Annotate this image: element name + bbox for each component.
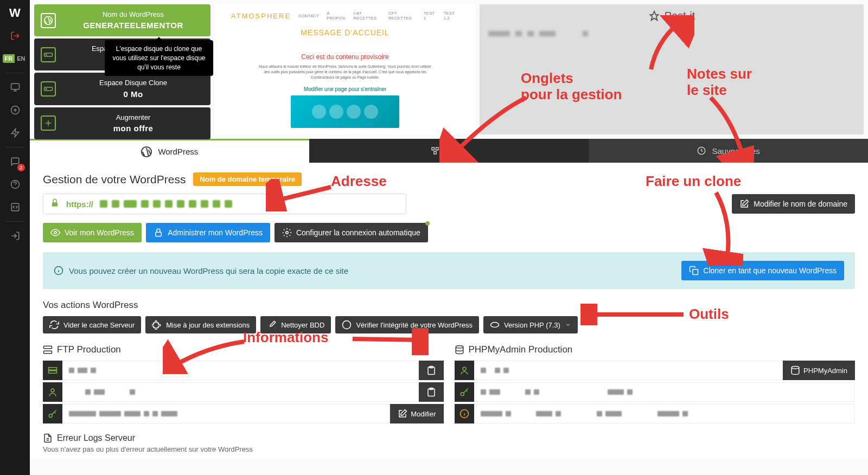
clear-cache-button[interactable]: Vider le cache Serveur [43,316,141,333]
lock-icon [50,198,60,210]
postit-title: Post-it [665,10,695,22]
lock-icon [154,228,163,238]
disk-icon [41,81,56,97]
svg-rect-11 [436,147,439,150]
view-wp-button[interactable]: Voir mon WordPress [43,223,142,242]
php-icon [490,320,500,330]
pma-pass-row [455,382,856,402]
tab-backups[interactable]: Sauvegardes [588,139,868,163]
svg-point-31 [49,414,52,418]
clipboard-icon [426,365,436,375]
monitor-icon[interactable] [2,76,28,98]
code-icon[interactable] [2,196,28,218]
svg-point-15 [54,232,57,234]
logout-icon[interactable] [2,25,28,47]
postit-panel[interactable]: Post-it [480,4,864,134]
server-icon [43,361,62,380]
plus-icon [41,115,56,131]
tab-clone[interactable]: Clone [309,139,589,163]
wordpress-icon [41,13,56,28]
actions-heading: Vos actions WordPress [43,300,855,311]
svg-point-34 [792,367,799,369]
refresh-icon [49,320,59,330]
copy-button[interactable] [419,382,444,402]
verify-wp-button[interactable]: Vérifier l'intégrité de votre WordPress [335,316,479,333]
server-icon [43,345,53,355]
eye-icon [50,228,60,238]
svg-rect-10 [432,147,435,150]
user-icon [43,382,62,402]
svg-rect-16 [156,232,162,236]
copy-button[interactable] [419,361,444,380]
backup-icon [697,146,706,156]
wordpress-icon [342,320,352,330]
update-ext-button[interactable]: Mise à jour des extensions [145,316,256,333]
pin-icon [648,10,660,22]
key-icon [43,404,62,423]
wp-name-card: Nom du WordPressGENERATEELEMENTOR [34,4,210,36]
config-auto-button[interactable]: Configurer la connexion automatique [275,223,428,242]
svg-rect-22 [44,346,52,349]
ftp-heading: FTP Production [57,344,121,355]
tabs: WordPress Clone Sauvegardes [30,139,868,163]
wordpress-icon [141,146,152,158]
phpmyadmin-button[interactable]: PHPMyAdmin [783,361,855,380]
edit-icon [739,199,749,209]
temp-domain-chip: Nom de domaine temporaire [193,172,302,186]
pma-heading: PHPMyAdmin Production [469,344,573,355]
php-version-button[interactable]: Version PHP (7.3) [483,316,578,333]
brush-icon [267,320,277,330]
exit-icon[interactable] [2,225,28,247]
database-icon [790,365,800,375]
key-icon [455,382,474,402]
chat-icon[interactable]: 2 [2,151,28,172]
logo[interactable]: W [2,2,28,24]
tab-wordpress[interactable]: WordPress [30,139,309,163]
upgrade-card[interactable]: Augmentermon offre [34,107,210,139]
info-icon [54,266,63,275]
info-icon [455,404,474,423]
disk-clone-card: Espace Disque Clone0 Mo [34,73,210,105]
svg-rect-23 [44,351,52,354]
svg-rect-24 [49,368,57,370]
svg-point-35 [461,393,464,396]
svg-rect-14 [52,202,58,207]
error-logs-text: Vous n'avez pas ou plus d'erreur actuell… [43,445,855,453]
disk-icon [41,47,56,62]
clone-info-bar: Vous pouvez créer un nouveau WordPress q… [43,252,855,289]
svg-point-33 [463,367,466,370]
pma-user-row: PHPMyAdmin [455,361,856,380]
admin-wp-button[interactable]: Administrer mon WordPress [146,223,270,242]
status-dot [425,221,430,226]
svg-point-28 [51,389,54,392]
svg-point-17 [286,232,289,234]
ftp-user-row [43,382,444,402]
ftp-pass-row: Modifier [43,404,444,423]
error-logs-heading: Erreur Logs Serveur [57,433,135,443]
add-icon[interactable] [2,99,28,121]
ftp-host-row [43,361,444,380]
user-icon [455,361,474,380]
svg-point-32 [456,346,463,349]
svg-point-21 [491,323,499,328]
clean-db-button[interactable]: Nettoyer BDD [260,316,331,333]
database-icon [455,345,464,355]
svg-point-20 [343,321,351,329]
help-icon[interactable] [2,174,28,195]
panel-title: Gestion de votre WordPress [43,173,186,186]
modify-button[interactable]: Modifier [390,404,443,423]
modify-domain-button[interactable]: Modifier le nom de domaine [732,194,855,214]
url-display: https:// [43,194,406,214]
tooltip: L'espace disque du clone que vous utilis… [105,40,213,76]
clipboard-icon [426,387,436,397]
bolt-icon[interactable] [2,122,28,144]
pma-info-row [455,404,856,423]
language-switch[interactable]: FREN [2,48,28,69]
chevron-down-icon [565,320,571,330]
clone-icon [430,146,440,156]
svg-point-6 [46,54,47,55]
clone-wp-button[interactable]: Cloner en tant que nouveau WordPress [681,261,844,280]
copy-icon [689,266,699,275]
puzzle-icon [152,320,162,330]
svg-rect-0 [11,84,19,89]
